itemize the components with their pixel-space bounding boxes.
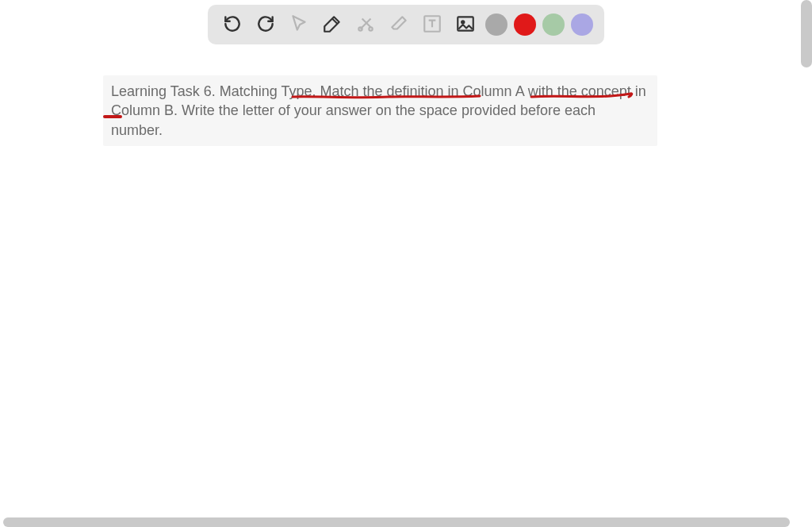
- eraser-button[interactable]: [385, 11, 412, 38]
- text-icon: [422, 13, 442, 37]
- scrollbar-horizontal[interactable]: [3, 517, 790, 527]
- pointer-icon: [289, 13, 309, 37]
- color-green[interactable]: [542, 13, 565, 36]
- tools-icon: [355, 13, 376, 37]
- redo-icon: [255, 13, 276, 37]
- pointer-button[interactable]: [285, 11, 312, 38]
- instruction-text: Learning Task 6. Matching Type. Match th…: [103, 75, 657, 146]
- svg-point-1: [369, 27, 372, 30]
- toolbar: [208, 5, 604, 44]
- svg-point-4: [462, 21, 464, 23]
- scrollbar-vertical[interactable]: [801, 0, 812, 67]
- image-button[interactable]: [452, 11, 479, 38]
- color-red[interactable]: [514, 13, 536, 36]
- text-button[interactable]: [419, 11, 446, 38]
- color-purple[interactable]: [571, 13, 593, 36]
- color-gray[interactable]: [485, 13, 508, 36]
- eraser-icon: [389, 13, 409, 37]
- tools-button[interactable]: [352, 11, 379, 38]
- undo-button[interactable]: [219, 11, 246, 38]
- pen-button[interactable]: [319, 11, 346, 38]
- undo-icon: [222, 13, 243, 37]
- pen-icon: [322, 13, 343, 37]
- redo-button[interactable]: [252, 11, 279, 38]
- image-icon: [455, 13, 476, 37]
- content-area: Learning Task 6. Matching Type. Match th…: [103, 75, 657, 146]
